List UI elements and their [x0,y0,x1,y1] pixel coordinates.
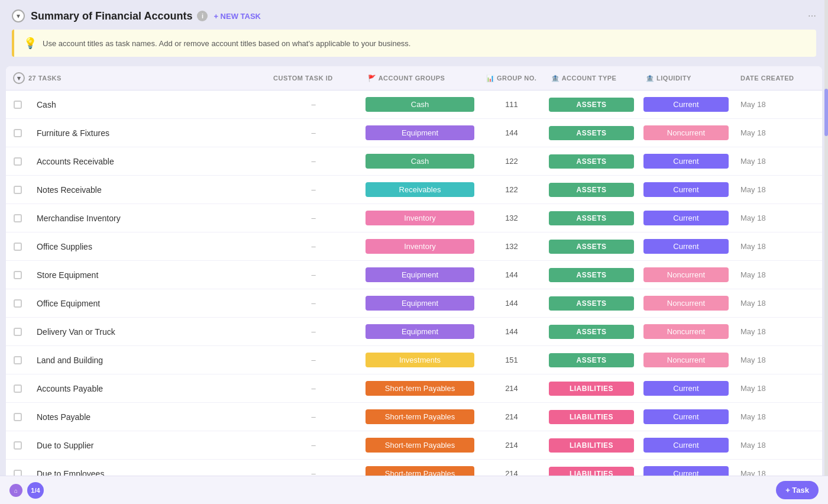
table-row[interactable]: Notes Receivable – Receivables 122 ASSET… [6,176,822,204]
row-liquidity-10[interactable]: Current [639,379,733,398]
new-task-button[interactable]: + NEW TASK [214,12,261,21]
checkbox-3[interactable] [14,186,22,194]
row-checkbox-12[interactable] [6,441,30,450]
table-row[interactable]: Cash – Cash 111 ASSETS Current May 18 [6,91,822,119]
row-liquidity-4[interactable]: Current [639,208,733,228]
row-account-type-3[interactable]: ASSETS [544,180,639,199]
liquidity-badge-4[interactable]: Current [643,211,729,225]
row-account-type-10[interactable]: LIABILITIES [544,379,639,398]
row-liquidity-7[interactable]: Noncurrent [639,293,733,313]
table-row[interactable]: Merchandise Inventory – Inventory 132 AS… [6,204,822,232]
collapse-button[interactable]: ▾ [12,9,25,22]
account-type-badge-12[interactable]: LIABILITIES [549,438,634,453]
liquidity-badge-12[interactable]: Current [643,438,729,453]
account-type-badge-11[interactable]: LIABILITIES [549,410,634,424]
table-row[interactable]: Furniture & Fixtures – Equipment 144 ASS… [6,119,822,147]
task-count-header[interactable]: ▾ 27 TASKS [6,66,266,90]
account-type-badge-2[interactable]: ASSETS [549,154,634,169]
checkbox-4[interactable] [14,214,22,222]
liquidity-badge-3[interactable]: Current [643,182,729,197]
row-checkbox-6[interactable] [6,271,30,279]
add-task-button[interactable]: + Task [776,481,819,499]
row-checkbox-8[interactable] [6,328,30,336]
row-group-1[interactable]: Equipment [361,123,479,143]
table-row[interactable]: Accounts Receivable – Cash 122 ASSETS Cu… [6,147,822,176]
account-type-badge-3[interactable]: ASSETS [549,183,634,197]
row-account-type-7[interactable]: ASSETS [544,294,639,313]
row-account-type-11[interactable]: LIABILITIES [544,408,639,427]
scrollbar-thumb[interactable] [824,89,828,136]
row-group-8[interactable]: Equipment [361,322,479,341]
liquidity-badge-7[interactable]: Noncurrent [643,296,729,311]
account-type-badge-8[interactable]: ASSETS [549,325,634,339]
row-checkbox-0[interactable] [6,101,30,109]
account-type-badge-10[interactable]: LIABILITIES [549,382,634,396]
row-account-type-1[interactable]: ASSETS [544,124,639,143]
row-liquidity-2[interactable]: Current [639,151,733,171]
checkbox-1[interactable] [14,129,22,137]
group-badge-0[interactable]: Cash [366,97,474,112]
group-badge-12[interactable]: Short-term Payables [366,438,474,453]
group-badge-6[interactable]: Equipment [366,267,474,282]
row-group-12[interactable]: Short-term Payables [361,435,479,455]
group-badge-7[interactable]: Equipment [366,296,474,311]
row-checkbox-4[interactable] [6,214,30,222]
row-liquidity-12[interactable]: Current [639,435,733,455]
group-badge-9[interactable]: Investments [366,353,474,367]
row-liquidity-5[interactable]: Current [639,237,733,256]
group-badge-8[interactable]: Equipment [366,324,474,339]
liquidity-badge-2[interactable]: Current [643,154,729,169]
table-row[interactable]: Due to Supplier – Short-term Payables 21… [6,431,822,460]
account-type-badge-5[interactable]: ASSETS [549,240,634,254]
table-row[interactable]: Office Supplies – Inventory 132 ASSETS C… [6,232,822,261]
row-checkbox-11[interactable] [6,413,30,421]
row-liquidity-1[interactable]: Noncurrent [639,123,733,143]
row-liquidity-0[interactable]: Current [639,95,733,114]
checkbox-9[interactable] [14,356,22,364]
row-account-type-5[interactable]: ASSETS [544,237,639,256]
home-icon[interactable]: ⌂ [9,484,22,497]
row-group-10[interactable]: Short-term Payables [361,379,479,398]
row-group-4[interactable]: Inventory [361,208,479,228]
liquidity-badge-8[interactable]: Noncurrent [643,324,729,339]
row-account-type-12[interactable]: LIABILITIES [544,436,639,455]
checkbox-10[interactable] [14,385,22,393]
liquidity-badge-9[interactable]: Noncurrent [643,353,729,367]
row-group-7[interactable]: Equipment [361,293,479,313]
row-checkbox-9[interactable] [6,356,30,364]
liquidity-badge-6[interactable]: Noncurrent [643,267,729,282]
group-badge-4[interactable]: Inventory [366,211,474,225]
row-liquidity-3[interactable]: Current [639,180,733,199]
liquidity-badge-0[interactable]: Current [643,97,729,112]
group-badge-11[interactable]: Short-term Payables [366,409,474,424]
row-checkbox-2[interactable] [6,157,30,166]
row-liquidity-11[interactable]: Current [639,407,733,427]
row-liquidity-9[interactable]: Noncurrent [639,350,733,370]
table-row[interactable]: Land and Building – Investments 151 ASSE… [6,346,822,374]
checkbox-5[interactable] [14,243,22,251]
account-type-badge-0[interactable]: ASSETS [549,98,634,112]
row-checkbox-5[interactable] [6,243,30,251]
group-badge-1[interactable]: Equipment [366,125,474,140]
row-checkbox-3[interactable] [6,186,30,194]
row-checkbox-7[interactable] [6,299,30,308]
row-account-type-8[interactable]: ASSETS [544,322,639,341]
collapse-rows-button[interactable]: ▾ [13,72,25,84]
account-type-badge-1[interactable]: ASSETS [549,126,634,140]
account-type-badge-7[interactable]: ASSETS [549,296,634,311]
table-row[interactable]: Store Equipment – Equipment 144 ASSETS N… [6,261,822,289]
group-badge-2[interactable]: Cash [366,154,474,169]
checkbox-12[interactable] [14,441,22,450]
row-group-9[interactable]: Investments [361,350,479,370]
liquidity-badge-1[interactable]: Noncurrent [643,125,729,140]
table-row[interactable]: Accounts Payable – Short-term Payables 2… [6,374,822,403]
checkbox-0[interactable] [14,101,22,109]
row-group-11[interactable]: Short-term Payables [361,407,479,427]
row-account-type-2[interactable]: ASSETS [544,152,639,171]
account-type-badge-6[interactable]: ASSETS [549,268,634,282]
row-group-6[interactable]: Equipment [361,265,479,285]
expand-icon[interactable]: ⋯ [808,11,816,21]
row-account-type-6[interactable]: ASSETS [544,266,639,285]
page-number[interactable]: 1/4 [27,482,44,499]
group-badge-3[interactable]: Receivables [366,182,474,197]
